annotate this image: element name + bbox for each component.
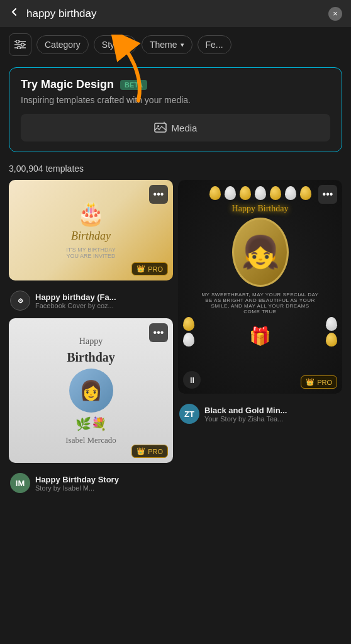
avatar: IM bbox=[10, 473, 30, 493]
beta-badge: BETA bbox=[120, 80, 147, 90]
svg-point-5 bbox=[21, 43, 25, 47]
back-button[interactable] bbox=[9, 6, 20, 21]
template-thumbnail: Happy Birthday 👧 MY SWEETHEART, MAY YOUR… bbox=[178, 180, 342, 394]
svg-point-6 bbox=[18, 47, 21, 50]
magic-design-card: Try Magic Design BETA Inspiring template… bbox=[9, 67, 342, 152]
search-input[interactable]: happy birthday bbox=[26, 8, 322, 20]
more-options-button[interactable]: ••• bbox=[149, 323, 168, 342]
template-info: IM Happy Birthday Story Story by Isabel … bbox=[9, 468, 173, 496]
media-icon bbox=[154, 121, 167, 134]
pause-button[interactable]: ⏸ bbox=[183, 371, 201, 389]
filter-chip-style[interactable]: Style ▾ bbox=[94, 35, 136, 54]
template-name: Happy birthday (Fa... bbox=[35, 292, 172, 302]
svg-point-4 bbox=[16, 40, 20, 43]
template-card[interactable]: Happy Birthday 👩 🌿💐 Isabel Mercado ••• 👑… bbox=[9, 318, 173, 463]
magic-design-title: Try Magic Design bbox=[21, 78, 114, 91]
chevron-down-icon: ▾ bbox=[181, 41, 184, 49]
filter-chip-feature[interactable]: Fe... bbox=[198, 35, 231, 54]
template-creator: Story by Isabel M... bbox=[35, 484, 172, 492]
chevron-down-icon: ▾ bbox=[125, 41, 128, 49]
avatar: ZT bbox=[179, 404, 199, 424]
more-options-button[interactable]: ••• bbox=[318, 185, 337, 204]
template-grid: 🎂 Birthday IT'S MY BIRTHDAYYOU ARE INVIT… bbox=[0, 180, 351, 496]
filter-chip-theme[interactable]: Theme ▾ bbox=[142, 35, 192, 54]
pro-badge: 👑 PRO bbox=[131, 445, 168, 458]
filter-chip-category[interactable]: Category bbox=[36, 35, 89, 54]
magic-design-header: Try Magic Design BETA bbox=[21, 78, 330, 91]
template-name: Happy Birthday Story bbox=[35, 475, 172, 484]
template-col-right: Happy Birthday 👧 MY SWEETHEART, MAY YOUR… bbox=[176, 180, 345, 496]
template-count: 3,00,904 templates bbox=[0, 160, 351, 180]
media-button[interactable]: Media bbox=[21, 114, 330, 142]
template-card[interactable]: 🎂 Birthday IT'S MY BIRTHDAYYOU ARE INVIT… bbox=[9, 180, 173, 280]
magic-design-subtitle: Inspiring templates crafted with your me… bbox=[21, 95, 330, 105]
pro-badge: 👑 PRO bbox=[131, 262, 168, 275]
clear-button[interactable]: × bbox=[328, 7, 342, 21]
search-bar: happy birthday × bbox=[0, 0, 351, 27]
more-options-button[interactable]: ••• bbox=[149, 185, 168, 204]
template-thumbnail: Happy Birthday 👩 🌿💐 Isabel Mercado bbox=[9, 318, 173, 463]
svg-point-8 bbox=[157, 125, 159, 127]
template-creator: Facebook Cover by coz... bbox=[35, 302, 172, 309]
filter-icon-button[interactable] bbox=[9, 33, 31, 56]
template-col-left: 🎂 Birthday IT'S MY BIRTHDAYYOU ARE INVIT… bbox=[6, 180, 176, 496]
template-card[interactable]: Happy Birthday 👧 MY SWEETHEART, MAY YOUR… bbox=[178, 180, 342, 394]
template-name: Black and Gold Min... bbox=[204, 406, 341, 415]
template-creator: Your Story by Zisha Tea... bbox=[204, 415, 341, 423]
template-info: ⚙ Happy birthday (Fa... Facebook Cover b… bbox=[9, 286, 173, 313]
filter-row: Category Style ▾ Theme ▾ Fe... bbox=[0, 27, 351, 62]
pro-badge: 👑 PRO bbox=[301, 375, 337, 389]
avatar: ⚙ bbox=[10, 291, 30, 311]
template-info: ZT Black and Gold Min... Your Story by Z… bbox=[178, 399, 342, 426]
